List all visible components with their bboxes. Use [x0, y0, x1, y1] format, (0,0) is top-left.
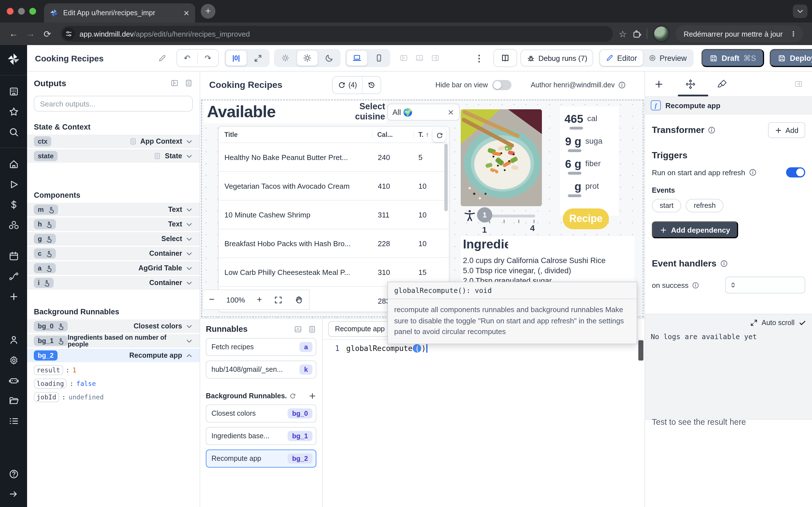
zoom-out-button[interactable]: −	[209, 294, 214, 305]
expand-layout-button[interactable]	[248, 51, 268, 65]
debug-runs-button[interactable]: Debug runs (7)	[520, 50, 593, 66]
outputs-search-input[interactable]	[39, 99, 188, 108]
collapse-inspector-icon[interactable]	[794, 79, 803, 89]
people-slider-handle[interactable]: 1	[477, 207, 492, 223]
code-line-1[interactable]: 1 globalRecompute()	[322, 344, 645, 353]
runnable-item[interactable]: hub/1408/gmail/_sen... k	[206, 360, 316, 379]
add-dependency-button[interactable]: Add dependency	[652, 221, 738, 238]
auto-scroll-check-icon[interactable]	[799, 319, 806, 327]
bookmark-star-icon[interactable]: ☆	[619, 29, 627, 39]
sidebar-item-search[interactable]	[4, 123, 23, 140]
expand-logs-icon[interactable]	[750, 319, 758, 327]
table-scrollbar[interactable]	[444, 144, 448, 211]
table-refresh-button[interactable]	[433, 128, 446, 142]
add-bg-runnable-button[interactable]	[308, 392, 316, 400]
bg-runnable-item-bg2-selected[interactable]: Recompute app bg_2	[206, 450, 316, 467]
background-output-row-bg2-selected[interactable]: bg_2 Recompute app	[27, 349, 200, 362]
background-output-row-bg1[interactable]: bg_1 Ingredients based on number of peop…	[27, 334, 200, 348]
table-header-cal[interactable]: Cal...	[372, 131, 413, 138]
info-icon[interactable]	[692, 281, 699, 289]
outputs-doc-icon[interactable]	[185, 79, 193, 87]
editor-scrollbar[interactable]	[638, 340, 644, 360]
sort-ascending-icon[interactable]: ↑	[426, 131, 429, 138]
table-header-title[interactable]: Title	[224, 131, 372, 138]
run-on-start-toggle[interactable]	[786, 167, 805, 177]
window-controls[interactable]	[7, 8, 36, 15]
deploy-button[interactable]: Deploy	[770, 49, 812, 67]
zoom-window-button[interactable]	[29, 8, 36, 15]
mobile-view-button[interactable]	[368, 51, 389, 65]
sidebar-item-workspace[interactable]	[4, 83, 23, 100]
sidebar-item-resources[interactable]	[4, 216, 23, 233]
edit-title-pencil-icon[interactable]	[158, 53, 166, 63]
browser-tab[interactable]: Edit App u/henri/recipes_impr ✕	[44, 3, 195, 22]
component-output-row[interactable]: i Container	[27, 276, 200, 290]
sidebar-item-add[interactable]	[4, 288, 23, 305]
jobid-row[interactable]: jobId : undefined	[27, 390, 200, 404]
bg-runnable-item-bg0[interactable]: Closest colors bg_0	[206, 404, 316, 422]
toggle-left-panel-icon[interactable]	[399, 54, 408, 62]
clear-select-icon[interactable]	[447, 108, 455, 116]
table-row[interactable]: 10 Minute Cashew Shrimp 311 10	[219, 200, 449, 229]
table-row[interactable]: Breakfast Hobo Packs with Hash Bro... 22…	[219, 229, 449, 258]
preview-mode-tab[interactable]: Preview	[643, 50, 692, 66]
output-row-ctx[interactable]: ctx App Context	[27, 135, 200, 148]
add-transformer-button[interactable]: Add	[768, 122, 805, 138]
sidebar-expand-icon[interactable]	[4, 486, 23, 503]
undo-button[interactable]: ↶	[177, 50, 197, 66]
desktop-view-button[interactable]	[346, 50, 367, 66]
table-row[interactable]: Vegetarian Tacos with Avocado Cream 410 …	[219, 171, 449, 200]
forward-button[interactable]: →	[22, 26, 38, 42]
bg-runnables-refresh-icon[interactable]	[289, 393, 296, 399]
tab-search-button[interactable]	[793, 4, 808, 18]
component-output-row[interactable]: m Text	[27, 203, 200, 216]
recipe-button[interactable]: Recipe	[563, 209, 609, 229]
theme-auto-icon[interactable]	[275, 51, 295, 65]
chevron-down-icon[interactable]	[186, 265, 193, 272]
sidebar-item-triggers[interactable]	[4, 268, 23, 284]
refresh-app-button[interactable]: (4)	[333, 76, 362, 94]
info-icon[interactable]	[618, 81, 626, 89]
info-icon[interactable]	[708, 126, 716, 134]
chevron-down-icon[interactable]	[186, 250, 193, 257]
background-output-row-bg0[interactable]: bg_0 Closest colors	[27, 320, 200, 333]
chevron-down-icon[interactable]	[186, 221, 193, 228]
heading-text-component[interactable]: Available	[204, 100, 346, 123]
theme-dark-icon[interactable]	[319, 51, 339, 65]
sidebar-item-runs[interactable]	[4, 176, 23, 193]
collapse-runnables-icon[interactable]	[294, 325, 302, 333]
toggle-bottom-panel-icon[interactable]	[415, 54, 424, 62]
minimize-window-button[interactable]	[18, 8, 25, 15]
theme-light-icon[interactable]	[296, 50, 318, 66]
code-editor[interactable]: Recompute app 1 globalRecompute()	[322, 319, 645, 507]
runnables-doc-icon[interactable]	[308, 325, 316, 333]
center-layout-button[interactable]: |0|	[225, 50, 247, 66]
windmill-logo[interactable]	[4, 51, 23, 68]
chevron-down-icon[interactable]	[186, 323, 193, 330]
profile-avatar[interactable]	[653, 25, 670, 42]
info-icon[interactable]	[749, 168, 756, 176]
new-tab-button[interactable]: +	[201, 4, 215, 18]
reload-button[interactable]: ⟳	[40, 26, 55, 42]
fit-view-icon[interactable]	[274, 295, 282, 304]
on-success-select[interactable]	[725, 277, 805, 293]
sidebar-item-favorites[interactable]	[4, 103, 23, 120]
close-window-button[interactable]	[7, 8, 13, 15]
pan-hand-icon[interactable]	[294, 295, 303, 304]
toggle-right-panel-icon[interactable]	[430, 54, 440, 62]
styling-tab-icon[interactable]	[717, 79, 727, 89]
chevron-down-icon[interactable]	[186, 206, 193, 213]
docs-button[interactable]	[493, 49, 517, 67]
table-row[interactable]: Healthy No Bake Peanut Butter Pret... 24…	[219, 143, 449, 171]
chevron-down-icon[interactable]	[186, 152, 193, 160]
chevron-down-icon[interactable]	[186, 337, 193, 344]
browser-menu-icon[interactable]	[790, 30, 797, 38]
tab-close-icon[interactable]: ✕	[183, 9, 190, 17]
extensions-icon[interactable]	[632, 29, 642, 38]
chevron-down-icon[interactable]	[186, 279, 193, 286]
site-settings-icon[interactable]	[63, 27, 75, 40]
output-row-state[interactable]: state State	[27, 149, 200, 163]
back-button[interactable]: ←	[6, 26, 21, 42]
collapse-panel-icon[interactable]	[170, 79, 179, 87]
sidebar-item-users[interactable]	[4, 331, 23, 348]
